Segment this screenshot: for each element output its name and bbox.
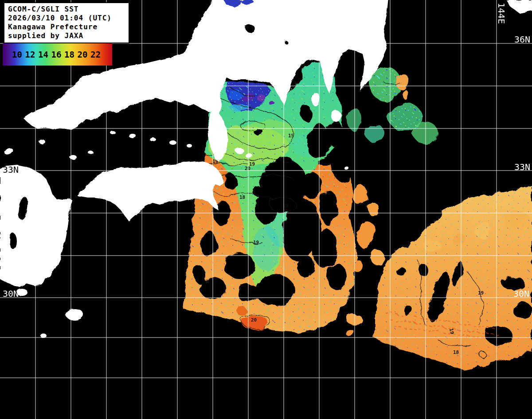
scale-tick: 10 [12, 50, 22, 59]
color-scale-bar: 10 12 14 16 18 20 22 [3, 43, 112, 66]
scale-tick: 12 [25, 50, 35, 59]
scale-tick: 16 [51, 50, 62, 59]
contour-label: 19 [448, 328, 455, 334]
title-datetime: 2026/03/10 01:04 (UTC) [8, 14, 125, 23]
sst-map-stage: 15 19 19 20 18 19 19 20 19 19 18 [0, 0, 532, 419]
lat-label-36n-right: 36N [514, 34, 530, 45]
lat-label-33n-right: 33N [514, 162, 530, 172]
contour-label: 20 [251, 317, 257, 323]
contour-label: 15 [288, 133, 294, 139]
lat-label-30n-right: 30N [513, 288, 529, 299]
title-credit: supplied by JAXA [8, 31, 125, 40]
title-box: GCOM-C/SGLI SST 2026/03/10 01:04 (UTC) K… [4, 2, 129, 43]
lon-label-144e: 144E [496, 3, 507, 24]
scale-tick: 18 [64, 50, 74, 59]
contour-label: 18 [453, 349, 459, 355]
lon-label-136e: 136E [212, 3, 223, 24]
contour-label: 19 [282, 203, 288, 209]
title-product: GCOM-C/SGLI SST [8, 5, 125, 14]
sst-patch-hot-2 [236, 306, 247, 315]
scale-tick: 20 [78, 50, 88, 59]
scale-tick: 14 [38, 50, 48, 59]
lat-label-33n-left: 33N [3, 164, 19, 175]
contour-label: 19 [253, 240, 259, 245]
scale-tick: 22 [90, 50, 101, 59]
contour-label: 18 [239, 194, 245, 200]
lat-label-30n-left: 30N [3, 288, 19, 299]
contour-label: 19 [478, 290, 484, 296]
title-region: Kanagawa Prefecture [8, 23, 125, 31]
